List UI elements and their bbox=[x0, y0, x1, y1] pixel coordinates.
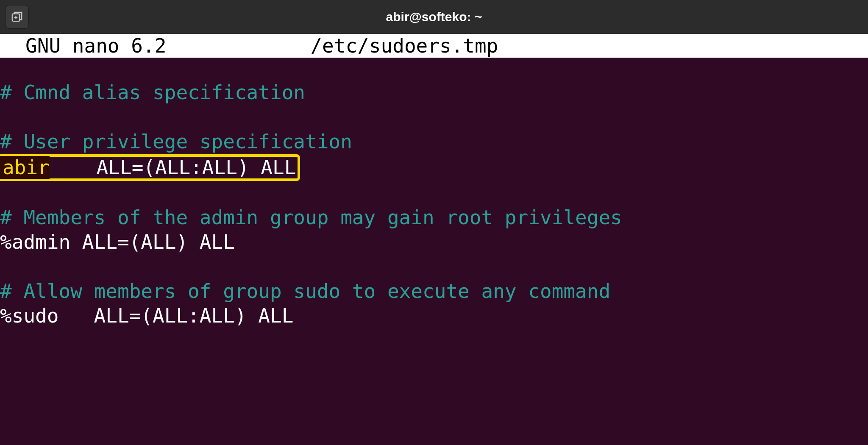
nano-filename: /etc/sudoers.tmp bbox=[310, 34, 498, 57]
window-titlebar: abir@softeko: ~ bbox=[0, 0, 868, 34]
editor-line bbox=[0, 181, 868, 206]
editor-line: # Allow members of group sudo to execute… bbox=[0, 279, 868, 304]
editor-line: # Cmnd alias specification bbox=[0, 81, 868, 105]
editor-line: # User privilege specification bbox=[0, 130, 868, 154]
window-title: abir@softeko: ~ bbox=[386, 10, 482, 24]
editor-area[interactable]: # Cmnd alias specification # User privil… bbox=[0, 58, 868, 328]
editor-line bbox=[0, 105, 868, 130]
new-tab-button[interactable] bbox=[5, 5, 29, 29]
nano-header-bar: GNU nano 6.2 /etc/sudoers.tmp bbox=[0, 34, 868, 58]
highlighted-rule: abir ALL=(ALL:ALL) ALL bbox=[0, 154, 300, 181]
editor-line: # Members of the admin group may gain ro… bbox=[0, 206, 868, 230]
editor-line: %admin ALL=(ALL) ALL bbox=[0, 230, 868, 255]
nano-app-name: GNU nano 6.2 bbox=[25, 34, 166, 57]
new-tab-icon bbox=[11, 11, 23, 23]
editor-line bbox=[0, 255, 868, 279]
highlighted-user: abir bbox=[0, 156, 50, 179]
editor-line: %sudo ALL=(ALL:ALL) ALL bbox=[0, 304, 868, 328]
editor-line: abir ALL=(ALL:ALL) ALL bbox=[0, 154, 868, 181]
highlighted-rule-text: ALL=(ALL:ALL) ALL bbox=[50, 156, 296, 179]
